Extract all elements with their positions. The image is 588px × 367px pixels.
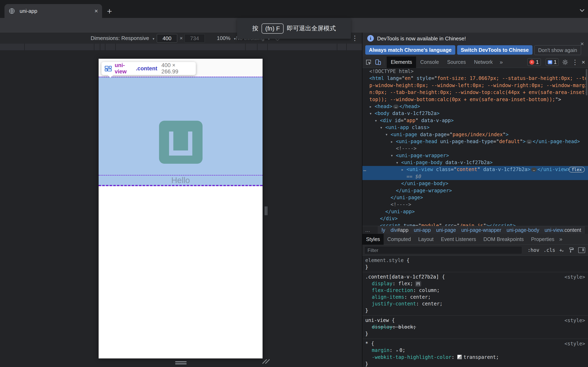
tree-node[interactable]: top)); --window-bottom:calc(0px + env(sa…: [362, 96, 588, 103]
dimensions-select[interactable]: Dimensions: Responsive ▾: [91, 35, 154, 42]
breadcrumb-item[interactable]: uni-app: [414, 227, 431, 233]
tree-node[interactable]: == $0: [362, 173, 588, 180]
expand-arrow-icon[interactable]: ▼: [391, 152, 396, 159]
tree-node[interactable]: <!---->: [362, 201, 588, 208]
tab-properties[interactable]: Properties: [527, 234, 558, 245]
tab-styles[interactable]: Styles: [362, 234, 384, 245]
breadcrumb-item[interactable]: div#app: [390, 227, 408, 233]
settings-gear-icon[interactable]: [562, 59, 568, 66]
more-tabs-icon[interactable]: »: [500, 59, 503, 66]
flex-badge[interactable]: flex: [569, 167, 585, 173]
node-options-dots[interactable]: …: [363, 166, 366, 173]
rule-origin-link[interactable]: <style>: [564, 341, 585, 347]
expand-arrow-icon[interactable]: ▼: [386, 131, 390, 138]
viewport-bottom-resize-handle[interactable]: [175, 361, 187, 362]
tab-search-chevron-icon[interactable]: [579, 8, 585, 13]
tree-node[interactable]: <!---->: [362, 145, 588, 152]
css-property[interactable]: align-items: center;: [362, 294, 588, 300]
browser-tab[interactable]: uni-app ×: [4, 4, 102, 18]
tree-node[interactable]: </uni-app>: [362, 208, 588, 215]
css-property[interactable]: display: flex;: [362, 280, 588, 287]
expand-arrow-icon[interactable]: ▼: [380, 124, 385, 131]
tree-node[interactable]: ▼<div id="app" data-v-app>: [362, 117, 588, 124]
tree-node[interactable]: p-window-height:0px; --window-left:0px; …: [362, 82, 588, 89]
dont-show-again-button[interactable]: Don't show again: [534, 45, 581, 55]
breadcrumb-item[interactable]: ly: [381, 227, 385, 233]
tab-sources[interactable]: Sources: [443, 57, 470, 68]
tab-layout[interactable]: Layout: [415, 234, 437, 245]
color-swatch[interactable]: [457, 355, 462, 359]
css-property[interactable]: justify-content: center;: [362, 300, 588, 307]
viewport-right-resize-handle[interactable]: [267, 206, 267, 215]
tree-node[interactable]: ▼<uni-page data-page="pages/index/index"…: [362, 131, 588, 138]
tab-event-listeners[interactable]: Event Listeners: [437, 234, 480, 245]
css-rule[interactable]: uni-view {<style>display: block;}: [362, 316, 588, 339]
tree-scrollbar[interactable]: [586, 69, 587, 95]
viewport-width-input[interactable]: 400: [157, 34, 177, 43]
tree-node[interactable]: </uni-page-body>: [362, 180, 588, 187]
toggle-class-button[interactable]: .cls: [544, 247, 555, 253]
inspect-element-icon[interactable]: [365, 59, 372, 66]
expand-arrow-icon[interactable]: ▶: [391, 138, 396, 145]
breadcrumb-item[interactable]: uni-page-wrapper: [461, 227, 501, 233]
tree-node[interactable]: <html lang="en" style="font-size: 17.066…: [362, 75, 588, 82]
device-toolbar-kebab-icon[interactable]: ⋮: [352, 35, 358, 42]
css-rule[interactable]: element.style {}: [362, 256, 588, 272]
expand-arrow-icon[interactable]: ▼: [375, 117, 380, 124]
toggle-device-toolbar-icon[interactable]: [375, 59, 381, 66]
tab-elements[interactable]: Elements: [387, 57, 416, 68]
expand-arrow-icon[interactable]: ▼: [370, 110, 375, 117]
tree-node[interactable]: n:0px; --tab-bar-height:0px; --window-to…: [362, 89, 588, 96]
expand-arrow-icon[interactable]: ▶: [370, 103, 375, 110]
new-tab-button[interactable]: +: [107, 7, 112, 16]
tree-node[interactable]: ▶<uni-page-head uni-page-head-type="defa…: [362, 138, 588, 145]
rule-origin-link[interactable]: <style>: [564, 274, 585, 280]
viewport-height-input[interactable]: 734: [184, 34, 205, 43]
breadcrumb-item[interactable]: uni-page-body: [507, 227, 539, 233]
tree-node[interactable]: ▶<head>…</head>: [362, 103, 588, 110]
breadcrumb-item[interactable]: uni-view.content: [545, 227, 581, 233]
css-rule[interactable]: * {<style>margin: ▶0;-webkit-tap-highlig…: [362, 339, 588, 367]
styles-filter-input[interactable]: Filter: [364, 246, 522, 254]
tree-node[interactable]: ▼<body data-v-1cf27b2a>: [362, 110, 588, 117]
tab-dom-breakpoints[interactable]: DOM Breakpoints: [480, 234, 527, 245]
tab-network[interactable]: Network: [470, 57, 497, 68]
switch-to-chinese-button[interactable]: Switch DevTools to Chinese: [457, 45, 532, 55]
tree-node[interactable]: <!DOCTYPE html>: [362, 68, 588, 75]
css-property[interactable]: flex-direction: column;: [362, 287, 588, 294]
tree-node[interactable]: ▼<uni-page-body data-v-1cf27b2a>: [362, 159, 588, 166]
expand-arrow-icon[interactable]: ▶: [402, 166, 406, 173]
new-style-rule-button[interactable]: +: [559, 247, 564, 253]
always-match-language-button[interactable]: Always match Chrome's language: [365, 45, 455, 55]
viewport-bottom-resize-handle[interactable]: [175, 363, 187, 364]
breadcrumb-item[interactable]: …: [365, 227, 370, 233]
viewport-right-resize-handle[interactable]: [265, 206, 266, 215]
tree-node[interactable]: </div>: [362, 215, 588, 222]
devtools-kebab-icon[interactable]: ⋮: [572, 59, 578, 66]
tree-node[interactable]: <script type="module" src="/main.js"></s…: [362, 222, 588, 226]
css-property[interactable]: -webkit-tap-highlight-color: transparent…: [362, 354, 588, 361]
collapsed-content-ellipsis[interactable]: …: [393, 105, 398, 109]
emulated-page[interactable]: Hello: [99, 59, 263, 359]
tree-node[interactable]: </uni-page-wrapper>: [362, 187, 588, 194]
css-property[interactable]: display: block;: [362, 324, 588, 331]
error-badge[interactable]: × 1: [527, 58, 541, 66]
tree-node[interactable]: ▼<uni-app class>: [362, 124, 588, 131]
rendering-brush-icon[interactable]: [568, 247, 574, 253]
collapsed-content-ellipsis[interactable]: …: [527, 140, 532, 144]
tab-computed[interactable]: Computed: [384, 234, 415, 245]
flex-editor-icon[interactable]: [415, 281, 421, 287]
tree-node[interactable]: …▶<uni-view class="content" data-v-1cf27…: [362, 166, 588, 173]
css-rule[interactable]: .content[data-v-1cf27b2a] {<style>displa…: [362, 272, 588, 316]
more-tabs-icon[interactable]: »: [559, 236, 562, 242]
expand-arrow-icon[interactable]: ▼: [396, 159, 401, 166]
tree-node[interactable]: ▼<uni-page-wrapper>: [362, 152, 588, 159]
tree-node[interactable]: </uni-page>: [362, 194, 588, 201]
breadcrumb-item[interactable]: uni-page: [436, 227, 456, 233]
toggle-sidebar-icon[interactable]: [578, 247, 585, 253]
css-property[interactable]: margin: ▶0;: [362, 347, 588, 354]
toggle-hover-button[interactable]: :hov: [527, 247, 539, 253]
tab-console[interactable]: Console: [416, 57, 443, 68]
issues-badge[interactable]: 1: [546, 58, 559, 66]
tab-close-icon[interactable]: ×: [94, 8, 98, 14]
